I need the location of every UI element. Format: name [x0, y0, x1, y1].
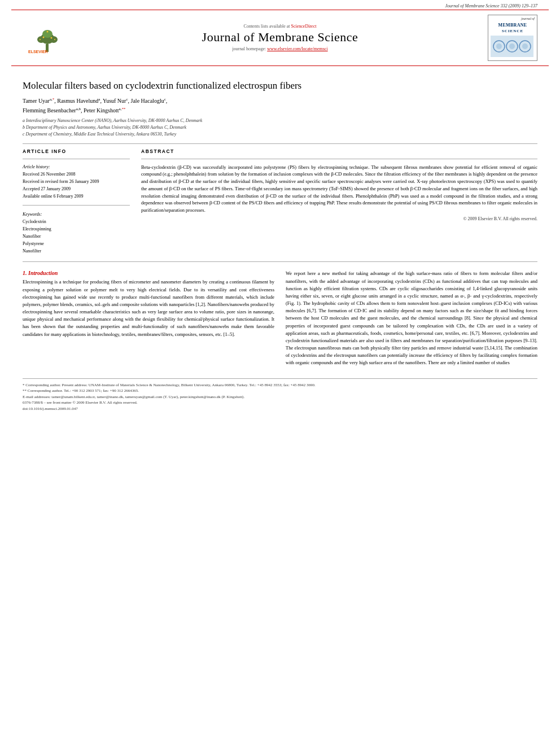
journal-center: Contents lists available at ScienceDirec… — [73, 24, 487, 51]
intro-section-title: 1. Introduction — [23, 270, 274, 276]
jms-brand: MEMBRANE — [491, 23, 535, 28]
author-uyar: Tamer Uyara,*, Rasmus Havelunda, Yusuf N… — [23, 98, 167, 104]
svg-point-6 — [43, 36, 45, 38]
abstract-col: ABSTRACT Beta-cyclodextrin (β-CD) was su… — [141, 148, 537, 255]
article-title: Molecular filters based on cyclodextrin … — [23, 80, 537, 92]
svg-point-7 — [51, 37, 53, 38]
body-left-col: 1. Introduction Electrospinning is a tec… — [23, 270, 274, 366]
accepted-date: Accepted 27 January 2009 — [23, 186, 130, 193]
svg-point-8 — [47, 30, 49, 32]
sciencedirect-link[interactable]: ScienceDirect — [291, 24, 317, 29]
journal-title: Journal of Membrane Science — [73, 30, 487, 45]
jms-sub-brand: SCIENCE — [491, 29, 535, 34]
author-besenbacher: Flemming Besenbachera,b, Peter Kingshott… — [23, 107, 125, 113]
divider-1 — [23, 143, 537, 144]
divider-info — [23, 159, 130, 159]
keyword-2: Electrospinning — [23, 226, 130, 233]
footer-issn: 0376-7388/$ – see front matter © 2009 El… — [23, 400, 537, 406]
article-history: Article history: Received 26 November 20… — [23, 164, 130, 200]
svg-text:ELSEVIER: ELSEVIER — [28, 50, 48, 54]
abstract-heading: ABSTRACT — [141, 148, 537, 154]
keywords-block: Keywords: Cyclodextrin Electrospinning N… — [23, 211, 130, 255]
copyright-line: © 2009 Elsevier B.V. All rights reserved… — [141, 216, 537, 221]
received-date: Received 26 November 2008 — [23, 171, 130, 178]
divider-kw — [23, 205, 130, 206]
affiliation-a: a Interdisciplinary Nanoscience Center (… — [23, 117, 537, 124]
elsevier-logo: ELSEVIER — [23, 21, 73, 54]
body-right-col: We report here a new method for taking a… — [286, 270, 537, 366]
affiliations: a Interdisciplinary Nanoscience Center (… — [23, 117, 537, 138]
svg-point-10 — [54, 39, 55, 40]
available-date: Available online 6 February 2009 — [23, 193, 130, 200]
keyword-4: Polystyrene — [23, 241, 130, 248]
footer-doi: doi:10.1016/j.memsci.2009.01.047 — [23, 406, 537, 412]
svg-point-9 — [40, 39, 41, 40]
svg-point-17 — [509, 43, 515, 49]
footer-text: * Corresponding author. Present address:… — [23, 382, 537, 412]
affiliation-b: b Department of Physics and Astronomy, A… — [23, 124, 537, 131]
footer-star-note: * Corresponding author. Present address:… — [23, 382, 537, 388]
intro-left-text: Electrospinning is a technique for produ… — [23, 278, 274, 338]
footer-area: * Corresponding author. Present address:… — [23, 378, 537, 412]
history-label: Article history: — [23, 164, 130, 171]
affiliation-c: c Department of Chemistry, Middle East T… — [23, 131, 537, 138]
divider-body — [23, 261, 537, 262]
keyword-1: Cyclodextrin — [23, 219, 130, 226]
journal-reference: Journal of Membrane Science 332 (2009) 1… — [445, 3, 537, 8]
jms-logo-box: journal of MEMBRANE SCIENCE — [488, 15, 537, 61]
footer-email-label: E-mail addresses: — [23, 395, 51, 399]
journal-right-logo-area: journal of MEMBRANE SCIENCE — [487, 15, 537, 61]
jms-image — [491, 36, 533, 57]
journal-ref-bar: Journal of Membrane Science 332 (2009) 1… — [0, 0, 560, 10]
article-info-col: ARTICLE INFO Article history: Received 2… — [23, 148, 130, 255]
revised-date: Received in revised form 26 January 2009 — [23, 178, 130, 186]
info-abstract-cols: ARTICLE INFO Article history: Received 2… — [23, 148, 537, 255]
intro-right-text: We report here a new method for taking a… — [286, 270, 537, 366]
keyword-5: Nanofilter — [23, 248, 130, 255]
keyword-3: Nanofiber — [23, 233, 130, 241]
page: Journal of Membrane Science 332 (2009) 1… — [0, 0, 560, 747]
journal-homepage: journal homepage: www.elsevier.com/locat… — [73, 46, 487, 51]
body-area: 1. Introduction Electrospinning is a tec… — [23, 270, 537, 366]
divider-abstract — [141, 159, 537, 159]
contents-available-text: Contents lists available at ScienceDirec… — [73, 24, 487, 29]
journal-header: ELSEVIER Contents lists available at Sci… — [11, 10, 549, 66]
keywords-label: Keywords: — [23, 211, 130, 219]
footer-email-values: tamer@unam.bilkent.edu.tr, tamer@inano.d… — [51, 395, 244, 399]
svg-point-16 — [496, 43, 502, 49]
article-info-heading: ARTICLE INFO — [23, 148, 130, 154]
svg-point-18 — [522, 43, 528, 49]
footer-double-star-note: ** Corresponding author. Tel.: +90 312 2… — [23, 388, 537, 394]
jms-top-label: journal of — [491, 17, 535, 21]
elsevier-logo-svg: ELSEVIER — [25, 21, 71, 54]
journal-url[interactable]: www.elsevier.com/locate/memsci — [267, 46, 327, 51]
footer-emails: E-mail addresses: tamer@unam.bilkent.edu… — [23, 394, 537, 400]
abstract-text: Beta-cyclodextrin (β-CD) was successfull… — [141, 164, 537, 214]
article-content: Molecular filters based on cyclodextrin … — [0, 66, 560, 373]
authors-line: Tamer Uyara,*, Rasmus Havelunda, Yusuf N… — [23, 97, 537, 115]
